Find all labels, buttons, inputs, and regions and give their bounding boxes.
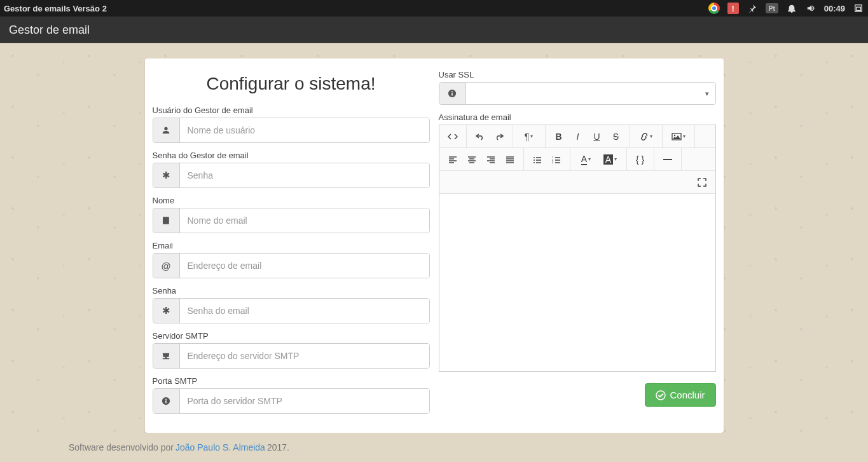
notification-icon[interactable] <box>786 3 797 14</box>
svg-point-8 <box>534 162 535 163</box>
form-heading: Configurar o sistema! <box>153 74 430 94</box>
underline-icon[interactable]: U <box>588 128 607 146</box>
app-header: Gestor de email <box>0 17 868 43</box>
alert-icon[interactable]: ! <box>727 3 739 14</box>
svg-point-6 <box>534 157 535 158</box>
svg-rect-1 <box>857 7 861 10</box>
info-icon <box>153 389 180 413</box>
left-column: Configurar o sistema! Usuário do Gestor … <box>153 70 430 420</box>
at-icon: @ <box>153 254 180 278</box>
check-circle-icon <box>656 390 666 400</box>
username-group <box>153 118 430 143</box>
smtp-server-input[interactable] <box>180 344 429 368</box>
email-password-group: ✱ <box>153 298 430 323</box>
inbox-icon <box>153 344 180 368</box>
footer-text: Software desenvolvido por <box>69 442 174 452</box>
link-icon[interactable]: ▾ <box>634 128 658 146</box>
name-label: Nome <box>153 196 430 205</box>
smtp-port-input[interactable] <box>180 389 429 413</box>
window-title: Gestor de emails Versão 2 <box>4 4 107 13</box>
paragraph-icon[interactable]: ¶▾ <box>517 128 541 146</box>
code-view-icon[interactable] <box>443 128 462 146</box>
content-area: Configurar o sistema! Usuário do Gestor … <box>0 43 868 433</box>
footer: Software desenvolvido por João Paulo S. … <box>0 433 868 462</box>
fullscreen-icon[interactable] <box>692 173 712 191</box>
email-password-label: Senha <box>153 286 430 296</box>
keyboard-indicator[interactable]: Pt <box>766 3 778 13</box>
name-input[interactable] <box>180 208 429 233</box>
submit-label: Concluir <box>670 390 705 400</box>
email-label: Email <box>153 241 430 250</box>
signature-label: Assinatura de email <box>439 112 716 122</box>
horizontal-rule-icon[interactable] <box>658 151 677 168</box>
align-right-icon[interactable] <box>481 151 500 168</box>
name-group <box>153 208 430 233</box>
svg-point-5 <box>673 134 675 135</box>
ordered-list-icon[interactable]: 123 <box>547 151 566 168</box>
undo-icon[interactable] <box>471 128 490 146</box>
info-icon <box>439 83 466 104</box>
editor-toolbar: ¶▾ B I U S ▾ ▾ <box>439 125 716 194</box>
smtp-server-group <box>153 343 430 369</box>
system-tray: ! Pt 00:49 <box>708 3 864 14</box>
username-input[interactable] <box>180 118 429 142</box>
manager-password-input[interactable] <box>180 163 429 187</box>
pin-icon[interactable] <box>747 3 758 14</box>
footer-year: 2017. <box>267 442 289 452</box>
asterisk-icon: ✱ <box>153 299 180 323</box>
asterisk-icon: ✱ <box>153 163 180 187</box>
font-color-icon[interactable]: A▾ <box>574 151 598 168</box>
user-icon <box>153 118 180 142</box>
align-center-icon[interactable] <box>462 151 481 168</box>
right-column: Usar SSL Assinatura de email ¶▾ <box>439 70 716 420</box>
system-top-bar: Gestor de emails Versão 2 ! Pt 00:49 <box>0 0 868 17</box>
chrome-icon[interactable] <box>708 3 720 14</box>
smtp-server-label: Servidor SMTP <box>153 331 430 341</box>
ssl-label: Usar SSL <box>439 70 716 79</box>
email-group: @ <box>153 253 430 278</box>
manager-password-group: ✱ <box>153 163 430 188</box>
clock: 00:49 <box>824 4 845 13</box>
svg-text:3: 3 <box>552 161 554 163</box>
bold-icon[interactable]: B <box>549 128 568 146</box>
signature-editor[interactable] <box>439 194 716 372</box>
app-title: Gestor de email <box>9 24 90 37</box>
email-input[interactable] <box>180 254 429 278</box>
window-controls-icon[interactable] <box>853 3 864 14</box>
manager-password-label: Senha do Gestor de email <box>153 151 430 160</box>
strikethrough-icon[interactable]: S <box>607 128 626 146</box>
smtp-port-group <box>153 388 430 414</box>
redo-icon[interactable] <box>490 128 509 146</box>
config-panel: Configurar o sistema! Usuário do Gestor … <box>145 58 724 433</box>
align-left-icon[interactable] <box>443 151 462 168</box>
username-label: Usuário do Gestor de email <box>153 105 430 115</box>
italic-icon[interactable]: I <box>568 128 588 146</box>
code-block-icon[interactable]: { } <box>631 151 650 168</box>
ssl-select-group <box>439 82 716 105</box>
smtp-port-label: Porta SMTP <box>153 376 430 386</box>
email-password-input[interactable] <box>180 299 429 323</box>
volume-icon[interactable] <box>805 3 816 14</box>
submit-button[interactable]: Concluir <box>645 383 715 407</box>
ssl-select[interactable] <box>466 83 715 104</box>
background-color-icon[interactable]: A▾ <box>598 151 623 168</box>
unordered-list-icon[interactable] <box>528 151 547 168</box>
svg-point-7 <box>534 160 535 161</box>
book-icon <box>153 208 180 233</box>
svg-point-13 <box>656 391 665 400</box>
align-justify-icon[interactable] <box>500 151 520 168</box>
footer-author-link[interactable]: João Paulo S. Almeida <box>176 442 265 452</box>
image-icon[interactable]: ▾ <box>666 128 691 146</box>
